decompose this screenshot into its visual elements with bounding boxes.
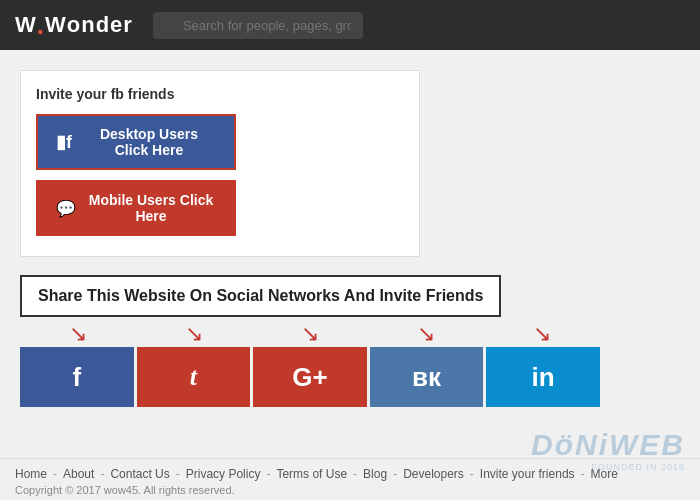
footer-sep-4: - [266,467,270,481]
google-share-button[interactable]: G+ [253,347,367,407]
logo-w1: W [15,12,37,38]
footer: Home - About - Contact Us - Privacy Poli… [0,458,700,500]
logo-w2: W [45,12,67,38]
footer-sep-3: - [176,467,180,481]
facebook-letter: f [72,362,81,393]
footer-privacy[interactable]: Privacy Policy [186,467,261,481]
twitter-share-button[interactable]: t [137,347,251,407]
twitter-letter: t [190,362,197,392]
share-title-box: Share This Website On Social Networks An… [20,275,501,317]
share-title: Share This Website On Social Networks An… [38,287,483,304]
footer-sep-5: - [353,467,357,481]
arrow-twitter: ↘ [185,321,203,347]
navbar: W.Wonder 🔍 [0,0,700,50]
logo[interactable]: W.Wonder [15,10,133,41]
desktop-btn-label: Desktop Users Click Here [82,126,216,158]
footer-developers[interactable]: Developers [403,467,464,481]
arrow-linkedin: ↘ [533,321,551,347]
logo-brand: onder [67,12,133,38]
desktop-users-button[interactable]: ▮f Desktop Users Click Here [36,114,236,170]
mobile-btn-label: Mobile Users Click Here [86,192,216,224]
messenger-icon: 💬 [56,199,76,218]
facebook-icon: ▮f [56,131,72,153]
social-buttons-row: f t G+ вк in [20,347,600,407]
invite-card: Invite your fb friends ▮f Desktop Users … [20,70,420,257]
footer-terms[interactable]: Terms of Use [276,467,347,481]
linkedin-letter: in [532,362,555,393]
google-letter: G+ [292,362,327,393]
linkedin-share-button[interactable]: in [486,347,600,407]
footer-sep-8: - [581,467,585,481]
footer-blog[interactable]: Blog [363,467,387,481]
page-wrapper: Invite your fb friends ▮f Desktop Users … [0,50,700,500]
footer-contact[interactable]: Contact Us [110,467,169,481]
main-content: Invite your fb friends ▮f Desktop Users … [0,50,700,458]
footer-copyright: Copyright © 2017 wow45. All rights reser… [15,484,685,496]
invite-title: Invite your fb friends [36,86,404,102]
footer-more[interactable]: More [591,467,618,481]
footer-links: Home - About - Contact Us - Privacy Poli… [15,467,685,481]
share-section: Share This Website On Social Networks An… [20,275,620,407]
logo-dot: . [37,10,45,41]
facebook-share-button[interactable]: f [20,347,134,407]
search-input[interactable] [153,12,363,39]
arrows-wrapper: ↘ ↘ ↘ ↘ ↘ [20,317,600,347]
footer-sep-1: - [53,467,57,481]
footer-about[interactable]: About [63,467,94,481]
footer-home[interactable]: Home [15,467,47,481]
footer-sep-2: - [100,467,104,481]
arrow-vk: ↘ [417,321,435,347]
footer-sep-7: - [470,467,474,481]
share-buttons-container: ↘ ↘ ↘ ↘ ↘ f t G+ [20,317,620,407]
vk-letter: вк [412,362,441,393]
search-wrapper: 🔍 [153,12,363,39]
footer-invite[interactable]: Invite your friends [480,467,575,481]
footer-sep-6: - [393,467,397,481]
arrow-facebook: ↘ [69,321,87,347]
arrow-google: ↘ [301,321,319,347]
mobile-users-button[interactable]: 💬 Mobile Users Click Here [36,180,236,236]
vk-share-button[interactable]: вк [370,347,484,407]
